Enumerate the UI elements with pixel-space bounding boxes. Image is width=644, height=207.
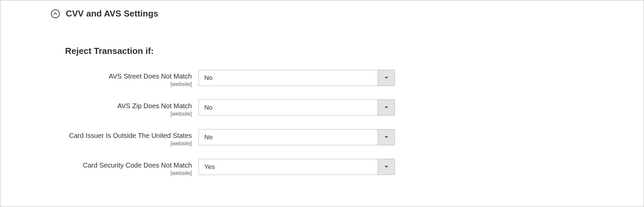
- field-label: Card Security Code Does Not Match: [65, 161, 192, 170]
- select-value: No: [199, 129, 378, 145]
- field-card-issuer-outside-us: Card Issuer Is Outside The United States…: [65, 129, 644, 147]
- form-rows: AVS Street Does Not Match [website] No A…: [0, 70, 644, 176]
- collapse-icon: [51, 9, 60, 18]
- select-avs-zip[interactable]: No: [199, 99, 395, 116]
- field-avs-zip: AVS Zip Does Not Match [website] No: [65, 99, 644, 117]
- section-header[interactable]: CVV and AVS Settings: [0, 0, 644, 19]
- select-avs-street[interactable]: No: [199, 70, 395, 86]
- field-scope: [website]: [65, 170, 192, 176]
- section-title: CVV and AVS Settings: [66, 8, 158, 19]
- input-col: No: [199, 129, 395, 145]
- field-label: Card Issuer Is Outside The United States: [65, 131, 192, 140]
- chevron-down-icon: [378, 159, 394, 175]
- label-col: AVS Street Does Not Match [website]: [65, 70, 199, 87]
- chevron-down-icon: [378, 100, 394, 115]
- label-col: Card Issuer Is Outside The United States…: [65, 129, 199, 147]
- field-scope: [website]: [65, 111, 192, 117]
- input-col: Yes: [199, 159, 395, 175]
- chevron-down-icon: [378, 129, 394, 145]
- field-label: AVS Street Does Not Match: [65, 72, 192, 81]
- field-label: AVS Zip Does Not Match: [65, 101, 192, 110]
- label-col: AVS Zip Does Not Match [website]: [65, 99, 199, 117]
- select-value: No: [199, 100, 378, 115]
- label-col: Card Security Code Does Not Match [websi…: [65, 159, 199, 176]
- chevron-down-icon: [378, 70, 394, 86]
- select-cvv-mismatch[interactable]: Yes: [199, 159, 395, 175]
- input-col: No: [199, 70, 395, 86]
- subsection-title: Reject Transaction if:: [0, 19, 644, 56]
- select-card-issuer-outside-us[interactable]: No: [199, 129, 395, 145]
- input-col: No: [199, 99, 395, 116]
- field-scope: [website]: [65, 81, 192, 87]
- select-value: Yes: [199, 159, 378, 175]
- select-value: No: [199, 70, 378, 86]
- field-cvv-mismatch: Card Security Code Does Not Match [websi…: [65, 159, 644, 176]
- field-scope: [website]: [65, 141, 192, 147]
- field-avs-street: AVS Street Does Not Match [website] No: [65, 70, 644, 87]
